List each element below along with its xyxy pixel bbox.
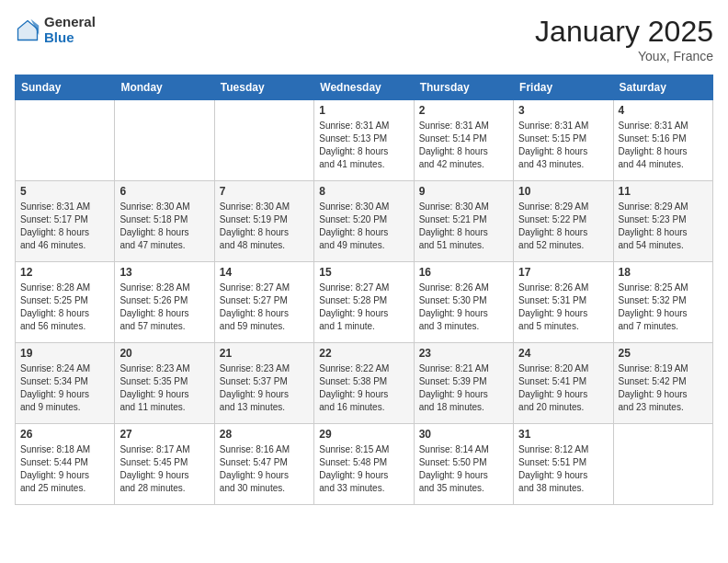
calendar-cell: 17Sunrise: 8:26 AM Sunset: 5:31 PM Dayli…: [514, 262, 613, 343]
logo-text: General Blue: [44, 15, 96, 45]
calendar-table: SundayMondayTuesdayWednesdayThursdayFrid…: [15, 75, 713, 505]
day-number: 3: [518, 104, 608, 117]
calendar-cell: 13Sunrise: 8:28 AM Sunset: 5:26 PM Dayli…: [115, 262, 214, 343]
day-info: Sunrise: 8:31 AM Sunset: 5:17 PM Dayligh…: [20, 201, 109, 252]
day-info: Sunrise: 8:24 AM Sunset: 5:34 PM Dayligh…: [20, 362, 109, 414]
calendar-cell: 23Sunrise: 8:21 AM Sunset: 5:39 PM Dayli…: [414, 343, 513, 424]
day-info: Sunrise: 8:14 AM Sunset: 5:50 PM Dayligh…: [419, 443, 508, 495]
day-number: 16: [419, 266, 508, 279]
calendar-cell: 18Sunrise: 8:25 AM Sunset: 5:32 PM Dayli…: [613, 262, 712, 343]
calendar-cell: 19Sunrise: 8:24 AM Sunset: 5:34 PM Dayli…: [16, 343, 115, 424]
calendar-cell: 29Sunrise: 8:15 AM Sunset: 5:48 PM Dayli…: [314, 424, 414, 505]
day-number: 23: [419, 347, 508, 360]
day-info: Sunrise: 8:18 AM Sunset: 5:44 PM Dayligh…: [20, 443, 109, 495]
calendar-cell: 2Sunrise: 8:31 AM Sunset: 5:14 PM Daylig…: [414, 100, 513, 181]
calendar-week-row: 1Sunrise: 8:31 AM Sunset: 5:13 PM Daylig…: [16, 100, 713, 181]
day-number: 21: [220, 347, 309, 360]
day-info: Sunrise: 8:26 AM Sunset: 5:31 PM Dayligh…: [518, 282, 608, 333]
header-day: Thursday: [414, 75, 513, 100]
day-number: 1: [319, 104, 408, 117]
day-info: Sunrise: 8:23 AM Sunset: 5:37 PM Dayligh…: [220, 362, 309, 414]
day-info: Sunrise: 8:30 AM Sunset: 5:21 PM Dayligh…: [419, 201, 508, 252]
calendar-cell: 12Sunrise: 8:28 AM Sunset: 5:25 PM Dayli…: [16, 262, 115, 343]
day-number: 17: [518, 266, 608, 279]
day-info: Sunrise: 8:31 AM Sunset: 5:16 PM Dayligh…: [619, 120, 708, 171]
day-info: Sunrise: 8:30 AM Sunset: 5:18 PM Dayligh…: [119, 201, 209, 252]
day-info: Sunrise: 8:31 AM Sunset: 5:13 PM Dayligh…: [319, 120, 408, 171]
day-info: Sunrise: 8:30 AM Sunset: 5:20 PM Dayligh…: [319, 201, 408, 252]
day-info: Sunrise: 8:20 AM Sunset: 5:41 PM Dayligh…: [518, 362, 608, 414]
month-title: January 2025: [535, 15, 713, 49]
calendar-cell: [613, 424, 712, 505]
day-info: Sunrise: 8:27 AM Sunset: 5:27 PM Dayligh…: [220, 282, 309, 333]
logo: General Blue: [15, 15, 96, 45]
day-info: Sunrise: 8:30 AM Sunset: 5:19 PM Dayligh…: [220, 201, 309, 252]
calendar-cell: 4Sunrise: 8:31 AM Sunset: 5:16 PM Daylig…: [613, 100, 712, 181]
calendar-cell: 3Sunrise: 8:31 AM Sunset: 5:15 PM Daylig…: [514, 100, 613, 181]
day-info: Sunrise: 8:27 AM Sunset: 5:28 PM Dayligh…: [319, 282, 408, 333]
day-number: 8: [319, 185, 408, 198]
header-day: Monday: [115, 75, 214, 100]
day-number: 14: [220, 266, 309, 279]
day-number: 19: [20, 347, 109, 360]
calendar-cell: 24Sunrise: 8:20 AM Sunset: 5:41 PM Dayli…: [514, 343, 613, 424]
calendar-header: SundayMondayTuesdayWednesdayThursdayFrid…: [16, 75, 713, 100]
calendar-cell: 21Sunrise: 8:23 AM Sunset: 5:37 PM Dayli…: [214, 343, 313, 424]
calendar-cell: 28Sunrise: 8:16 AM Sunset: 5:47 PM Dayli…: [214, 424, 313, 505]
calendar-cell: 27Sunrise: 8:17 AM Sunset: 5:45 PM Dayli…: [115, 424, 214, 505]
calendar-cell: 14Sunrise: 8:27 AM Sunset: 5:27 PM Dayli…: [214, 262, 313, 343]
day-info: Sunrise: 8:31 AM Sunset: 5:14 PM Dayligh…: [419, 120, 508, 171]
calendar-cell: [115, 100, 214, 181]
logo-blue-text: Blue: [44, 30, 96, 46]
day-number: 30: [419, 428, 508, 441]
day-info: Sunrise: 8:31 AM Sunset: 5:15 PM Dayligh…: [518, 120, 608, 171]
calendar-week-row: 19Sunrise: 8:24 AM Sunset: 5:34 PM Dayli…: [16, 343, 713, 424]
day-number: 6: [119, 185, 209, 198]
calendar-cell: 6Sunrise: 8:30 AM Sunset: 5:18 PM Daylig…: [115, 181, 214, 262]
calendar-cell: 30Sunrise: 8:14 AM Sunset: 5:50 PM Dayli…: [414, 424, 513, 505]
day-number: 18: [619, 266, 708, 279]
header-row: SundayMondayTuesdayWednesdayThursdayFrid…: [16, 75, 713, 100]
calendar-cell: 16Sunrise: 8:26 AM Sunset: 5:30 PM Dayli…: [414, 262, 513, 343]
day-info: Sunrise: 8:12 AM Sunset: 5:51 PM Dayligh…: [518, 443, 608, 495]
calendar-week-row: 26Sunrise: 8:18 AM Sunset: 5:44 PM Dayli…: [16, 424, 713, 505]
day-number: 24: [518, 347, 608, 360]
location: Youx, France: [535, 49, 713, 63]
calendar-week-row: 5Sunrise: 8:31 AM Sunset: 5:17 PM Daylig…: [16, 181, 713, 262]
calendar-week-row: 12Sunrise: 8:28 AM Sunset: 5:25 PM Dayli…: [16, 262, 713, 343]
day-info: Sunrise: 8:29 AM Sunset: 5:22 PM Dayligh…: [518, 201, 608, 252]
calendar-cell: 10Sunrise: 8:29 AM Sunset: 5:22 PM Dayli…: [514, 181, 613, 262]
day-info: Sunrise: 8:15 AM Sunset: 5:48 PM Dayligh…: [319, 443, 408, 495]
calendar-cell: 5Sunrise: 8:31 AM Sunset: 5:17 PM Daylig…: [16, 181, 115, 262]
day-number: 2: [419, 104, 508, 117]
day-info: Sunrise: 8:16 AM Sunset: 5:47 PM Dayligh…: [220, 443, 309, 495]
day-info: Sunrise: 8:21 AM Sunset: 5:39 PM Dayligh…: [419, 362, 508, 414]
day-info: Sunrise: 8:29 AM Sunset: 5:23 PM Dayligh…: [619, 201, 708, 252]
day-number: 9: [419, 185, 508, 198]
calendar-cell: 15Sunrise: 8:27 AM Sunset: 5:28 PM Dayli…: [314, 262, 414, 343]
calendar-cell: [16, 100, 115, 181]
day-number: 28: [220, 428, 309, 441]
calendar-cell: 7Sunrise: 8:30 AM Sunset: 5:19 PM Daylig…: [214, 181, 313, 262]
logo-icon: [15, 17, 40, 43]
day-number: 26: [20, 428, 109, 441]
day-number: 5: [20, 185, 109, 198]
day-number: 15: [319, 266, 408, 279]
day-number: 10: [518, 185, 608, 198]
calendar-cell: 8Sunrise: 8:30 AM Sunset: 5:20 PM Daylig…: [314, 181, 414, 262]
calendar-body: 1Sunrise: 8:31 AM Sunset: 5:13 PM Daylig…: [16, 100, 713, 505]
day-info: Sunrise: 8:23 AM Sunset: 5:35 PM Dayligh…: [119, 362, 209, 414]
header-day: Friday: [514, 75, 613, 100]
day-info: Sunrise: 8:25 AM Sunset: 5:32 PM Dayligh…: [619, 282, 708, 333]
calendar-cell: 9Sunrise: 8:30 AM Sunset: 5:21 PM Daylig…: [414, 181, 513, 262]
day-number: 29: [319, 428, 408, 441]
calendar-cell: 25Sunrise: 8:19 AM Sunset: 5:42 PM Dayli…: [613, 343, 712, 424]
page-header: General Blue January 2025 Youx, France: [15, 15, 713, 63]
header-day: Tuesday: [214, 75, 313, 100]
calendar-cell: 20Sunrise: 8:23 AM Sunset: 5:35 PM Dayli…: [115, 343, 214, 424]
day-number: 31: [518, 428, 608, 441]
logo-general-text: General: [44, 15, 96, 30]
day-number: 11: [619, 185, 708, 198]
calendar-cell: 11Sunrise: 8:29 AM Sunset: 5:23 PM Dayli…: [613, 181, 712, 262]
calendar-cell: 26Sunrise: 8:18 AM Sunset: 5:44 PM Dayli…: [16, 424, 115, 505]
